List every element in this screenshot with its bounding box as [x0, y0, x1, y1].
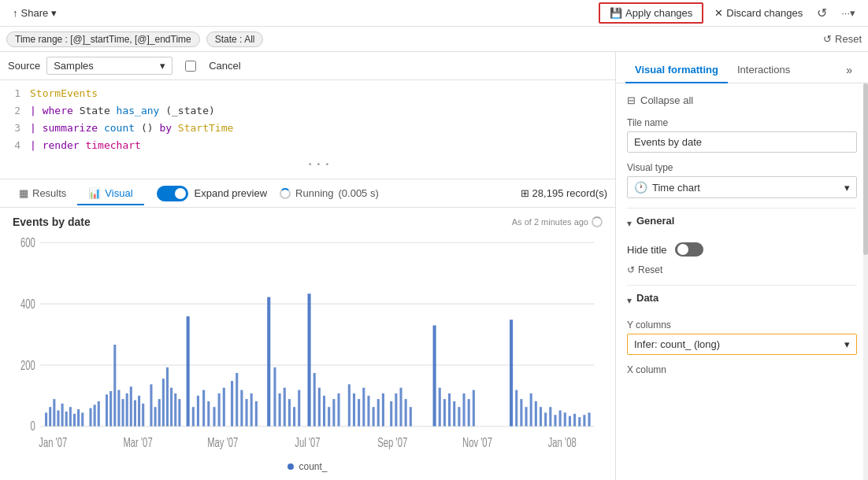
- apply-label: Apply changes: [625, 7, 692, 19]
- visual-type-field: Visual type 🕐 Time chart ▾: [627, 162, 857, 198]
- code-ellipsis: ···: [8, 154, 607, 174]
- tab-interactions[interactable]: Interactions: [728, 57, 799, 83]
- filter-bar: Time range : [@]_startTime, [@]_endTime …: [0, 27, 868, 52]
- data-section-header[interactable]: ▾ Data: [627, 285, 857, 315]
- reset-hide-title-button[interactable]: ↺ Reset: [627, 263, 662, 277]
- svg-text:Jul '07: Jul '07: [295, 436, 320, 449]
- reset-label: Reset: [835, 33, 862, 45]
- svg-rect-46: [187, 316, 190, 426]
- scrollbar-thumb[interactable]: [863, 83, 868, 255]
- svg-rect-59: [255, 401, 258, 426]
- svg-rect-73: [337, 393, 339, 426]
- visual-tab-label: Visual: [105, 187, 132, 199]
- svg-rect-83: [395, 393, 397, 426]
- legend-dot-icon: [287, 463, 294, 470]
- toggle-area: Expand preview: [157, 186, 268, 201]
- svg-rect-77: [362, 388, 365, 426]
- share-button[interactable]: ↑ Share ▾: [6, 4, 63, 22]
- chevron-down-icon: ▾: [160, 60, 165, 72]
- code-line-2: 2 | where State has_any (_state): [8, 102, 607, 120]
- running-time: (0.005 s): [338, 187, 378, 199]
- svg-rect-112: [588, 412, 591, 426]
- svg-rect-56: [240, 390, 243, 426]
- tab-visual-formatting[interactable]: Visual formatting: [625, 57, 728, 83]
- svg-rect-45: [178, 399, 180, 426]
- svg-text:Mar '07: Mar '07: [123, 436, 152, 449]
- time-range-filter[interactable]: Time range : [@]_startTime, [@]_endTime: [6, 31, 200, 47]
- left-panel: Source Samples ▾ Cancel 1 StormEvents 2 …: [0, 52, 616, 480]
- apply-changes-button[interactable]: 💾 Apply changes: [599, 2, 703, 24]
- svg-rect-23: [77, 409, 80, 426]
- svg-rect-31: [117, 390, 120, 426]
- toolbar-left: ↑ Share ▾: [6, 4, 63, 22]
- svg-rect-21: [69, 407, 72, 426]
- clock-icon: 🕐: [634, 181, 647, 194]
- close-icon: ✕: [714, 7, 723, 19]
- chart-area: Events by date As of 2 minutes ago 600 4…: [0, 208, 615, 480]
- code-editor[interactable]: 1 StormEvents 2 | where State has_any (_…: [0, 80, 615, 179]
- cancel-button[interactable]: Cancel: [202, 58, 247, 73]
- svg-rect-48: [197, 396, 199, 426]
- svg-rect-98: [520, 399, 522, 426]
- svg-rect-76: [358, 399, 360, 426]
- svg-text:May '07: May '07: [207, 436, 238, 449]
- svg-rect-16: [49, 407, 51, 426]
- source-select[interactable]: Samples ▾: [46, 57, 172, 75]
- refresh-indicator-icon: [592, 216, 603, 227]
- tabs-bar: ▦ Results 📊 Visual Expand preview Runnin…: [0, 179, 615, 208]
- svg-rect-49: [202, 390, 205, 426]
- collapse-all-button[interactable]: ⊟ Collapse all: [627, 91, 693, 109]
- hide-title-label: Hide title: [627, 244, 667, 256]
- svg-rect-33: [126, 393, 128, 426]
- svg-rect-65: [293, 407, 295, 426]
- collapse-all-label: Collapse all: [640, 94, 693, 106]
- svg-rect-63: [284, 388, 286, 426]
- svg-rect-18: [57, 411, 59, 426]
- svg-rect-96: [510, 319, 513, 426]
- svg-rect-41: [162, 378, 165, 426]
- svg-rect-36: [138, 396, 140, 426]
- hide-title-row: Hide title: [627, 242, 857, 257]
- hide-title-toggle[interactable]: [675, 242, 703, 257]
- source-bar: Source Samples ▾ Cancel: [0, 52, 615, 80]
- expand-preview-toggle[interactable]: [157, 186, 188, 201]
- y-columns-value: Infer: count_ (long): [634, 338, 720, 350]
- svg-rect-55: [236, 373, 238, 426]
- scrollbar-track: [863, 83, 868, 480]
- source-checkbox[interactable]: [185, 61, 196, 72]
- records-count: 28,195 record(s): [532, 187, 607, 199]
- code-line-1: 1 StormEvents: [8, 85, 607, 102]
- svg-rect-91: [453, 401, 455, 426]
- svg-rect-104: [549, 407, 551, 426]
- discard-changes-button[interactable]: ✕ Discard changes: [708, 4, 809, 22]
- svg-rect-100: [530, 393, 532, 426]
- chevron-down-icon: ▾: [627, 295, 632, 306]
- y-columns-select[interactable]: Infer: count_ (long) ▾: [627, 334, 857, 355]
- state-filter[interactable]: State : All: [206, 31, 264, 47]
- svg-rect-43: [170, 388, 172, 426]
- svg-rect-109: [573, 414, 576, 426]
- tile-name-label: Tile name: [627, 117, 857, 128]
- tab-visual[interactable]: 📊 Visual: [77, 183, 143, 205]
- svg-rect-47: [192, 407, 195, 426]
- svg-rect-99: [525, 407, 528, 426]
- refresh-button[interactable]: ↺: [814, 2, 830, 24]
- svg-rect-86: [410, 407, 412, 426]
- reset-filters-button[interactable]: ↺ Reset: [823, 33, 862, 45]
- tab-results[interactable]: ▦ Results: [8, 183, 77, 205]
- records-area: ⊞ 28,195 record(s): [521, 187, 607, 199]
- svg-rect-51: [213, 407, 215, 426]
- tile-name-input[interactable]: [627, 131, 857, 153]
- svg-rect-107: [564, 412, 566, 426]
- save-icon: 💾: [610, 7, 622, 19]
- code-line-4: 4 | render timechart: [8, 137, 607, 154]
- expand-panel-button[interactable]: »: [840, 57, 859, 83]
- visual-type-select[interactable]: 🕐 Time chart ▾: [627, 176, 857, 198]
- svg-rect-70: [323, 396, 325, 426]
- more-options-button[interactable]: ···▾: [835, 4, 862, 22]
- general-section-header[interactable]: ▾ General: [627, 208, 857, 238]
- svg-rect-80: [377, 399, 380, 426]
- chart-timestamp: As of 2 minutes ago: [512, 216, 603, 227]
- chart-legend: count_: [13, 461, 603, 472]
- svg-rect-92: [458, 407, 460, 426]
